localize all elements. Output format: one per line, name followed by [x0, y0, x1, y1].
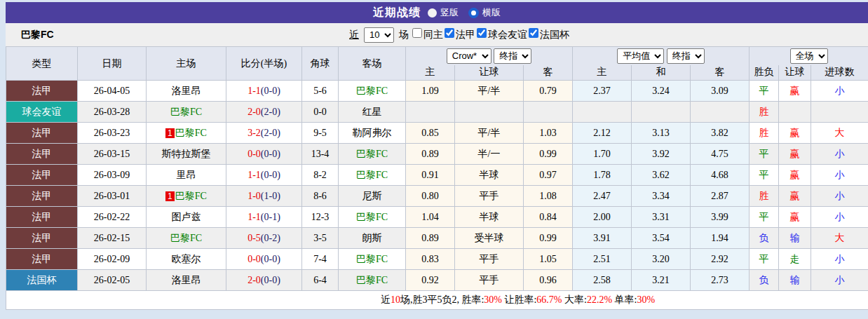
halftime-score: (0-0): [261, 86, 280, 96]
filter-checkbox-法国杯[interactable]: [529, 28, 538, 38]
score-cell: 1-1(0-0): [226, 165, 302, 186]
handicap-away-odds-cell: 1.03: [524, 123, 573, 144]
filter-checkbox-label: 法甲: [456, 29, 475, 40]
avg-away-odds-cell: 1.94: [691, 228, 750, 249]
handicap-result-cell: [779, 102, 811, 123]
radio-horizontal-layout[interactable]: 横版: [468, 6, 501, 19]
handicap-line-cell: 平/半: [455, 81, 524, 102]
table-row: 法甲26-02-09欧塞尔0-0(0-0)7-4巴黎FC0.83平手1.052.…: [6, 249, 868, 270]
league-type-cell: 法甲: [6, 228, 78, 249]
goals-result-cell: 小: [811, 81, 868, 102]
page-title: 近期战绩: [373, 6, 421, 20]
team-name-link[interactable]: 巴黎FC: [356, 149, 388, 159]
summary-segment: 30%: [637, 294, 655, 305]
league-type-cell: 法甲: [6, 207, 78, 228]
away-team-cell: 巴黎FC: [339, 165, 406, 186]
avg-away-odds-cell: 2.73: [691, 270, 750, 291]
halftime-score: (0-2): [261, 233, 280, 243]
corners-cell: 8-6: [302, 186, 339, 207]
team-name-link[interactable]: 巴黎FC: [356, 170, 388, 180]
table-row: 法甲26-02-15巴黎FC0-5(0-2)3-5朗斯0.89受半球0.993.…: [6, 228, 868, 249]
corners-cell: 9-5: [302, 123, 339, 144]
corners-cell: 5-6: [302, 81, 339, 102]
radio-checked-icon[interactable]: [468, 8, 479, 18]
corners-cell: 8-2: [302, 165, 339, 186]
halftime-score: (1-0): [261, 191, 280, 201]
team-name-link[interactable]: 巴黎FC: [170, 107, 202, 117]
col-header-type: 类型: [6, 47, 78, 81]
filter-checkbox-球会友谊[interactable]: [477, 28, 487, 38]
handicap-home-odds-cell: 0.89: [406, 144, 455, 165]
team-name-link[interactable]: 巴黎FC: [356, 212, 388, 222]
team-name-link[interactable]: 巴黎FC: [356, 86, 388, 96]
handicap-away-odds-cell: [524, 102, 573, 123]
team-name-link: 尼斯: [362, 191, 382, 201]
score-cell: 1-0(1-0): [226, 186, 302, 207]
team-name-link: 朗斯: [362, 233, 382, 243]
date-cell: 26-02-22: [78, 207, 147, 228]
filter-checkbox-label: 球会友谊: [488, 29, 527, 40]
winlose-result-cell: 胜: [750, 102, 779, 123]
team-name-link[interactable]: 巴黎FC: [356, 254, 388, 264]
corners-cell: 12-3: [302, 207, 339, 228]
average-stage-select[interactable]: 终指: [667, 48, 705, 64]
winlose-result-cell: 平: [750, 81, 779, 102]
filter-checkbox-法甲[interactable]: [445, 28, 454, 38]
table-row: 法甲26-03-15斯特拉斯堡0-0(0-0)13-4巴黎FC0.89半/一0.…: [6, 144, 868, 165]
fulltime-score: 1-1: [247, 86, 261, 96]
radio-vertical-layout[interactable]: 竖版: [428, 6, 459, 19]
average-select[interactable]: 平均值: [617, 48, 664, 64]
home-team-cell: 洛里昂: [147, 270, 226, 291]
team-name-link[interactable]: 巴黎FC: [175, 191, 207, 201]
avg-home-odds-cell: 1.78: [573, 165, 632, 186]
handicap-result-cell: 输: [779, 270, 811, 291]
team-name-title: 巴黎FC: [21, 29, 54, 41]
radio-unchecked-icon[interactable]: [428, 8, 437, 18]
handicap-line-cell: [455, 102, 524, 123]
avg-away-odds-cell: 4.68: [691, 165, 750, 186]
radio-horizontal-label: 横版: [482, 6, 501, 19]
rank-badge: 1: [165, 128, 175, 138]
away-team-cell: 尼斯: [339, 186, 406, 207]
avg-draw-odds-cell: [632, 102, 691, 123]
date-cell: 26-02-15: [78, 228, 147, 249]
avg-home-odds-cell: 1.70: [573, 144, 632, 165]
team-name-link[interactable]: 巴黎FC: [356, 275, 388, 285]
goals-result-cell: 小: [811, 186, 868, 207]
handicap-result-cell: 走: [779, 249, 811, 270]
near-games-link[interactable]: 近: [349, 29, 359, 41]
radio-vertical-label: 竖版: [440, 6, 459, 19]
date-cell: 26-03-15: [78, 144, 147, 165]
winlose-result-cell: 负: [750, 270, 779, 291]
fulltime-score: 2-0: [247, 275, 261, 285]
games-count-select[interactable]: 10: [364, 27, 394, 43]
team-name-link: 洛里昂: [172, 86, 201, 96]
filter-checkbox-同主[interactable]: [412, 28, 422, 38]
avg-home-odds-cell: 2.51: [573, 249, 632, 270]
handicap-home-odds-cell: 0.80: [406, 186, 455, 207]
corners-cell: 0-0: [302, 102, 339, 123]
goals-result-cell: 小: [811, 144, 868, 165]
score-cell: 1-1(0-0): [226, 81, 302, 102]
handicap-result-cell: 赢: [779, 123, 811, 144]
team-name-link[interactable]: 巴黎FC: [175, 128, 207, 138]
bookmaker-select[interactable]: Crow*: [447, 48, 491, 64]
sub-header-handicap-home: 主: [406, 65, 455, 81]
title-bar: 近期战绩 竖版 横版: [6, 2, 868, 23]
filter-checkbox-label: 法国杯: [540, 29, 569, 40]
handicap-result-cell: 赢: [779, 186, 811, 207]
away-team-cell: 勒阿弗尔: [339, 123, 406, 144]
filter-bar: 巴黎FC 近 10 场 同主法甲球会友谊法国杯: [6, 23, 868, 46]
avg-home-odds-cell: [573, 102, 632, 123]
average-group-header: 平均值 终指: [573, 47, 750, 65]
handicap-stage-select[interactable]: 终指: [494, 48, 531, 64]
avg-away-odds-cell: 2.87: [691, 186, 750, 207]
halftime-score: (2-0): [261, 107, 280, 117]
team-name-link[interactable]: 巴黎FC: [170, 233, 202, 243]
handicap-result-cell: 赢: [779, 81, 811, 102]
filter-controls: 近 10 场 同主法甲球会友谊法国杯: [349, 27, 569, 43]
avg-draw-odds-cell: 3.13: [632, 123, 691, 144]
handicap-home-odds-cell: 0.92: [406, 270, 455, 291]
avg-home-odds-cell: 2.00: [573, 207, 632, 228]
fulltime-select[interactable]: 全场: [790, 48, 828, 64]
